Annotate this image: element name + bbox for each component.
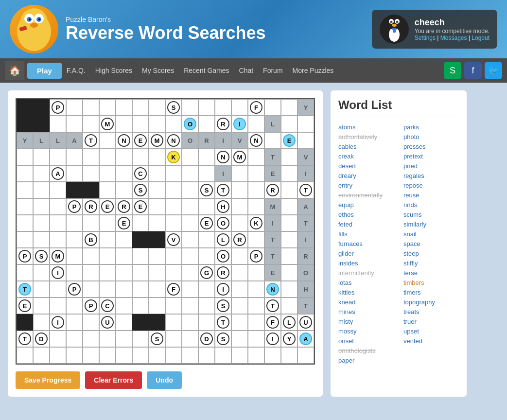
cell-14-7[interactable]: [132, 331, 149, 347]
cell-2-4[interactable]: T: [83, 132, 99, 149]
cell-7-0[interactable]: [17, 215, 33, 231]
cell-11-6[interactable]: [116, 281, 132, 298]
cell-11-3[interactable]: P: [66, 281, 83, 298]
cell-10-0[interactable]: [17, 264, 33, 281]
cell-0-3[interactable]: [66, 99, 83, 116]
cell-14-17[interactable]: A: [297, 331, 314, 347]
cell-7-12[interactable]: O: [215, 215, 231, 231]
cell-8-13[interactable]: R: [231, 231, 248, 248]
cell-14-4[interactable]: [83, 331, 99, 347]
cell-1-10[interactable]: O: [182, 116, 198, 132]
nav-more-puzzles[interactable]: More Puzzles: [293, 64, 334, 77]
cell-11-9[interactable]: F: [165, 281, 182, 298]
cell-8-8[interactable]: [149, 231, 165, 248]
cell-11-15[interactable]: N: [264, 281, 281, 298]
cell-1-14[interactable]: [248, 116, 264, 132]
cell-12-6[interactable]: [116, 298, 132, 314]
cell-10-17[interactable]: O: [297, 264, 314, 281]
cell-2-14[interactable]: N: [248, 132, 264, 149]
cell-5-3[interactable]: [66, 182, 83, 198]
word-item[interactable]: iotas: [338, 279, 394, 287]
cell-7-13[interactable]: [231, 215, 248, 231]
cell-13-11[interactable]: [198, 314, 215, 331]
word-item[interactable]: parks: [403, 123, 459, 131]
cell-3-14[interactable]: [248, 149, 264, 165]
word-item[interactable]: insides: [338, 259, 394, 267]
cell-12-0[interactable]: E: [17, 298, 33, 314]
word-item[interactable]: entry: [338, 181, 394, 190]
cell-4-10[interactable]: [182, 165, 198, 182]
nav-high-scores[interactable]: High Scores: [95, 64, 132, 77]
cell-3-8[interactable]: [149, 149, 165, 165]
word-item[interactable]: equip: [338, 201, 394, 209]
cell-11-2[interactable]: [50, 281, 66, 298]
cell-1-8[interactable]: [149, 116, 165, 132]
cell-5-6[interactable]: [116, 182, 132, 198]
word-item[interactable]: space: [403, 240, 459, 248]
word-item[interactable]: creak: [338, 152, 394, 160]
cell-2-13[interactable]: V: [231, 132, 248, 149]
cell-13-15[interactable]: F: [264, 314, 281, 331]
cell-12-10[interactable]: [182, 298, 198, 314]
cell-14-6[interactable]: [116, 331, 132, 347]
facebook-icon[interactable]: f: [464, 62, 482, 79]
cell-12-7[interactable]: [132, 298, 149, 314]
cell-12-8[interactable]: [149, 298, 165, 314]
cell-5-9[interactable]: [165, 182, 182, 198]
undo-button[interactable]: Undo: [147, 371, 182, 389]
cell-3-11[interactable]: [198, 149, 215, 165]
cell-15-5[interactable]: [99, 347, 116, 364]
cell-13-0[interactable]: [17, 314, 33, 331]
cell-10-11[interactable]: G: [198, 264, 215, 281]
word-item[interactable]: timers: [403, 288, 459, 297]
cell-0-17[interactable]: Y: [297, 99, 314, 116]
cell-15-6[interactable]: [116, 347, 132, 364]
cell-1-3[interactable]: [66, 116, 83, 132]
cell-4-7[interactable]: C: [132, 165, 149, 182]
word-item[interactable]: cables: [338, 142, 394, 151]
cell-1-6[interactable]: [116, 116, 132, 132]
cell-13-2[interactable]: I: [50, 314, 66, 331]
cell-2-5[interactable]: [99, 132, 116, 149]
word-item[interactable]: rinds: [403, 201, 459, 209]
cell-12-17[interactable]: T: [297, 298, 314, 314]
cell-0-0[interactable]: [17, 99, 33, 116]
cell-10-4[interactable]: [83, 264, 99, 281]
cell-6-10[interactable]: [182, 198, 198, 215]
cell-10-9[interactable]: [165, 264, 182, 281]
cell-0-1[interactable]: [33, 99, 50, 116]
cell-0-7[interactable]: [132, 99, 149, 116]
cell-5-10[interactable]: [182, 182, 198, 198]
cell-4-14[interactable]: [248, 165, 264, 182]
cell-12-5[interactable]: C: [99, 298, 116, 314]
cell-6-14[interactable]: [248, 198, 264, 215]
cell-7-6[interactable]: E: [116, 215, 132, 231]
cell-8-2[interactable]: [50, 231, 66, 248]
cell-3-9[interactable]: K: [165, 149, 182, 165]
word-item[interactable]: upset: [403, 327, 459, 335]
cell-13-4[interactable]: [83, 314, 99, 331]
cell-8-9[interactable]: V: [165, 231, 182, 248]
cell-1-1[interactable]: [33, 116, 50, 132]
cell-9-4[interactable]: [83, 248, 99, 264]
cell-1-4[interactable]: [83, 116, 99, 132]
cell-2-3[interactable]: A: [66, 132, 83, 149]
cell-8-1[interactable]: [33, 231, 50, 248]
cell-9-11[interactable]: [198, 248, 215, 264]
cell-9-14[interactable]: P: [248, 248, 264, 264]
nav-forum[interactable]: Forum: [263, 64, 282, 77]
word-item[interactable]: dreary: [338, 172, 394, 180]
cell-11-17[interactable]: H: [297, 281, 314, 298]
word-item[interactable]: furnaces: [338, 240, 394, 248]
word-item[interactable]: treats: [403, 308, 459, 316]
cell-8-7[interactable]: [132, 231, 149, 248]
cell-3-2[interactable]: [50, 149, 66, 165]
cell-5-16[interactable]: [281, 182, 297, 198]
cell-7-10[interactable]: [182, 215, 198, 231]
cell-4-17[interactable]: I: [297, 165, 314, 182]
cell-13-14[interactable]: [248, 314, 264, 331]
cell-3-1[interactable]: [33, 149, 50, 165]
cell-9-17[interactable]: R: [297, 248, 314, 264]
cell-2-17[interactable]: [297, 132, 314, 149]
cell-9-15[interactable]: T: [264, 248, 281, 264]
